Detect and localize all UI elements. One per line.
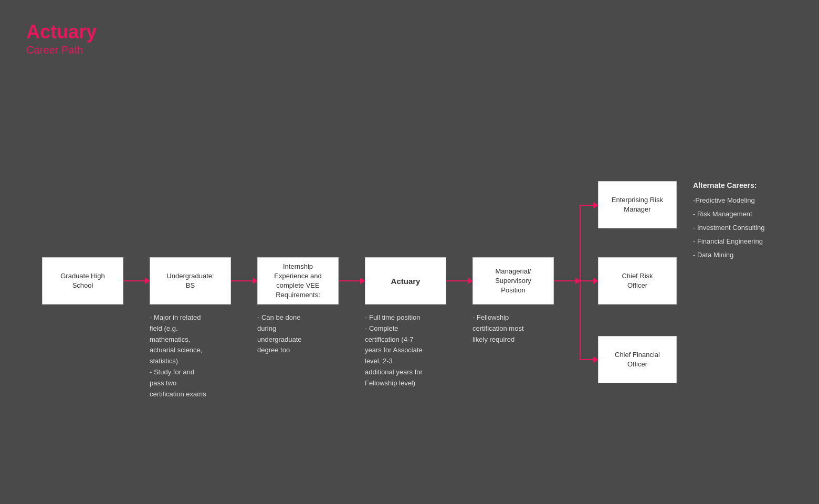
note-internship: - Can be done during undergraduate degre… <box>257 312 339 356</box>
arrow-4-5 <box>446 280 472 281</box>
box-graduate: Graduate HighSchool <box>42 257 123 304</box>
alt-item-1: -Predictive Modeling <box>693 194 765 207</box>
alt-item-3: - Investment Consulting <box>693 221 765 235</box>
arrow-5-right <box>554 280 580 281</box>
page-title: Actuary <box>26 21 97 43</box>
arrow-to-cro <box>580 280 598 281</box>
box-managerial: Managerial/SupervisoryPosition <box>472 257 554 304</box>
alt-item-4: - Financial Engineering <box>693 235 765 248</box>
note-managerial: - Fellowship certification most likely r… <box>472 312 556 345</box>
arrow-1-2 <box>123 280 150 281</box>
alt-item-2: - Risk Management <box>693 207 765 221</box>
box-internship: InternshipExperience andcomplete VEERequ… <box>257 257 339 304</box>
box-cfo: Chief FinancialOfficer <box>598 336 677 383</box>
header: Actuary Career Path <box>26 21 97 56</box>
alt-careers: Alternate Careers: -Predictive Modeling … <box>693 181 765 262</box>
arrow-2-3 <box>231 280 257 281</box>
note-undergrad: - Major in related field (e.g. mathemati… <box>150 312 234 400</box>
box-cro: Chief RiskOfficer <box>598 257 677 304</box>
arrow-3-4 <box>339 280 365 281</box>
arrow-to-cfo <box>580 359 598 360</box>
diagram-area: Graduate HighSchool Undergraduate:BS - M… <box>16 84 803 462</box>
alt-item-5: - Data Mining <box>693 248 765 262</box>
box-actuary: Actuary <box>365 257 446 304</box>
box-enterprising: Enterprising RiskManager <box>598 181 677 228</box>
note-actuary: - Full time position - Complete certific… <box>365 312 449 389</box>
alt-careers-title: Alternate Careers: <box>693 181 765 190</box>
box-undergrad: Undergraduate:BS <box>150 257 231 304</box>
arrow-to-enterprising <box>580 205 598 206</box>
page-subtitle: Career Path <box>26 44 97 56</box>
vertical-connector <box>580 205 581 360</box>
